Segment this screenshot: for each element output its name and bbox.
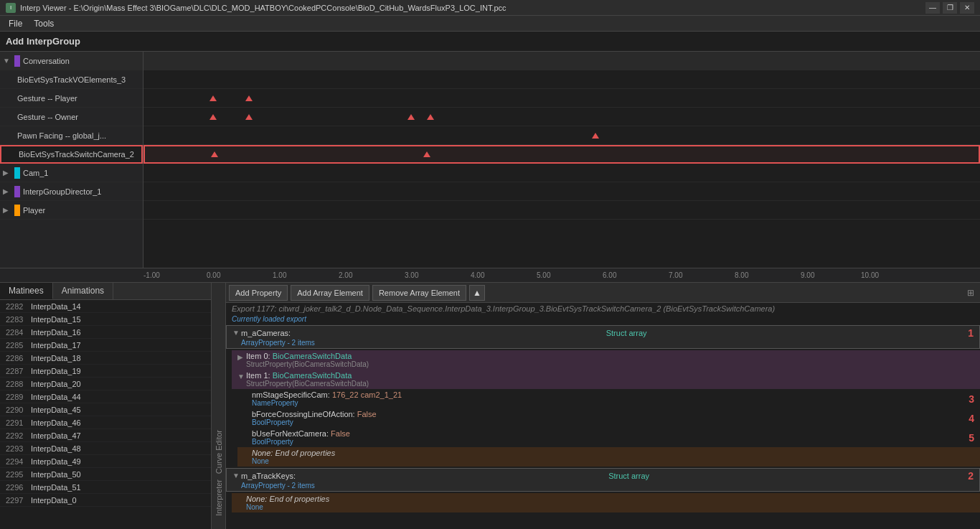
trackkeys-type: Struct array	[608, 472, 649, 480]
nmstage-badge: 3	[969, 393, 974, 405]
matinees-list: 2282InterpData_14 2283InterpData_15 2284…	[0, 300, 211, 529]
item0-header[interactable]: ▶ Item 0: BioCameraSwitchData StructProp…	[232, 350, 980, 370]
list-item[interactable]: 2283InterpData_15	[0, 313, 211, 326]
list-item[interactable]: 2289InterpData_44	[0, 390, 211, 403]
list-item[interactable]: 2286InterpData_18	[0, 352, 211, 365]
cameras-sublabel: ArrayProperty - 2 items	[241, 339, 974, 347]
interpreter-label[interactable]: Interpreter	[215, 479, 223, 516]
left-tabs: Matinees Animations	[0, 283, 211, 300]
list-item[interactable]: 2285InterpData_17	[0, 339, 211, 352]
list-item[interactable]: 2282InterpData_14	[0, 300, 211, 313]
expand-arrow[interactable]: ▶	[237, 353, 246, 361]
none-trackkeys-type: None	[246, 503, 329, 511]
item1-sublabel: StructProperty(BioCameraSwitchData)	[246, 380, 369, 388]
export-line: Export 1177: citwrd_joker_talk2_d_D.Node…	[226, 303, 980, 314]
item1-name: Item 1: BioCameraSwitchData	[246, 371, 369, 380]
buse-row[interactable]: ▶ bUseForNextCamera: False BoolProperty …	[237, 428, 980, 447]
list-item[interactable]: 2294InterpData_49	[0, 455, 211, 468]
list-item[interactable]: 2287InterpData_19	[0, 365, 211, 378]
none-end-name: None: End of properties	[252, 449, 335, 457]
track-bioevtsys[interactable]: BioEvtSysTrackVOElements_3	[0, 70, 143, 89]
timeline-row-interp-director	[143, 182, 980, 201]
track-cam1[interactable]: ▶ Cam_1	[0, 164, 143, 182]
track-label: Pawn Facing -- global_j...	[17, 131, 106, 140]
menu-tools[interactable]: Tools	[28, 16, 60, 32]
tick-5: 5.00	[537, 271, 550, 279]
list-item[interactable]: 2284InterpData_16	[0, 326, 211, 339]
timeline-row-conversation	[143, 52, 980, 70]
bottom-panel: Matinees Animations 2282InterpData_14 22…	[0, 283, 980, 529]
navigate-up-button[interactable]: ▲	[469, 285, 485, 301]
curve-editor-label[interactable]: Curve Editor	[215, 430, 223, 474]
cameras-type: Struct array	[606, 329, 647, 337]
maximize-button[interactable]: ❐	[943, 2, 957, 14]
prop-trackkeys-header[interactable]: ▼ m_aTrackKeys: Struct array 2 ArrayProp…	[226, 468, 980, 492]
tab-matinees[interactable]: Matinees	[0, 283, 53, 299]
expand-arrow[interactable]: ▶	[3, 169, 11, 177]
remove-array-element-button[interactable]: Remove Array Element	[372, 285, 466, 301]
expand-collapse-icon[interactable]: ⊞	[964, 288, 977, 298]
prop-section-cameras: ▼ m_aCameras: Struct array 1 ArrayProper…	[226, 325, 980, 467]
expand-arrow[interactable]: ▼	[232, 329, 241, 337]
expand-arrow[interactable]: ▶	[3, 187, 11, 195]
minimize-button[interactable]: —	[925, 2, 940, 14]
add-property-button[interactable]: Add Property	[229, 285, 288, 301]
track-label: InterpGroupDirector_1	[23, 187, 101, 196]
track-camera-switch[interactable]: BioEvtSysTrackSwitchCamera_2	[0, 145, 143, 164]
tab-animations[interactable]: Animations	[53, 283, 113, 299]
cameras-badge: 1	[968, 327, 974, 339]
list-item[interactable]: 2290InterpData_45	[0, 403, 211, 416]
nmstage-type: NameProperty	[252, 399, 402, 407]
none-end-row[interactable]: ▶ None: End of properties None	[237, 447, 980, 467]
prop-section-trackkeys: ▼ m_aTrackKeys: Struct array 2 ArrayProp…	[226, 468, 980, 512]
menu-file[interactable]: File	[3, 16, 28, 32]
add-array-element-button[interactable]: Add Array Element	[291, 285, 369, 301]
timeline-row-player	[143, 201, 980, 220]
list-item[interactable]: 2292InterpData_47	[0, 429, 211, 442]
buse-type: BoolProperty	[252, 438, 350, 446]
tick-3: 3.00	[405, 271, 418, 279]
track-interp-director[interactable]: ▶ InterpGroupDirector_1	[0, 182, 143, 201]
track-label: Player	[23, 206, 45, 215]
export-text: Export 1177: citwrd_joker_talk2_d_D.Node…	[232, 304, 775, 313]
list-item[interactable]: 2288InterpData_20	[0, 378, 211, 390]
track-label: BioEvtSysTrackVOElements_3	[17, 75, 126, 84]
list-item[interactable]: 2295InterpData_50	[0, 468, 211, 481]
trackkeys-name: m_aTrackKeys:	[241, 472, 296, 480]
title-area: I Interp Viewer - E:\Origin\Mass Effect …	[6, 3, 507, 13]
list-item[interactable]: 2293InterpData_48	[0, 442, 211, 455]
tick-7: 7.00	[669, 271, 682, 279]
trackkeys-badge: 2	[968, 470, 974, 482]
track-conversation[interactable]: ▼ Conversation	[0, 52, 143, 70]
timeline-row-cam1	[143, 164, 980, 182]
bforce-row[interactable]: ▶ bForceCrossingLineOfAction: False Bool…	[237, 408, 980, 428]
track-label: Conversation	[23, 57, 70, 65]
toolbar-title: Add InterpGroup	[6, 36, 80, 47]
item0-name: Item 0: BioCameraSwitchData	[246, 352, 369, 360]
expand-arrow[interactable]: ▼	[3, 57, 11, 65]
main-area: ▼ Conversation BioEvtSysTrackVOElements_…	[0, 52, 980, 529]
track-pawn-facing[interactable]: Pawn Facing -- global_j...	[0, 126, 143, 145]
expand-arrow[interactable]: ▼	[232, 472, 241, 479]
list-item[interactable]: 2296InterpData_51	[0, 481, 211, 494]
prop-cameras-header[interactable]: ▼ m_aCameras: Struct array 1 ArrayProper…	[226, 325, 980, 349]
track-canvas	[143, 52, 980, 268]
track-gesture-owner[interactable]: Gesture -- Owner	[0, 108, 143, 126]
expand-arrow[interactable]: ▼	[237, 373, 246, 380]
right-panel: Add Property Add Array Element Remove Ar…	[226, 283, 980, 529]
buse-badge: 5	[969, 432, 974, 444]
none-trackkeys-row[interactable]: ▶ None: End of properties None	[232, 493, 980, 512]
prop-content: Export 1177: citwrd_joker_talk2_d_D.Node…	[226, 303, 980, 529]
track-player[interactable]: ▶ Player	[0, 201, 143, 220]
item1-header[interactable]: ▼ Item 1: BioCameraSwitchData StructProp…	[232, 370, 980, 389]
tick-10: 10.00	[861, 271, 879, 279]
nmstage-row[interactable]: ▶ nmStageSpecificCam: 176_22 cam2_1_21 N…	[237, 389, 980, 408]
track-label: Gesture -- Owner	[17, 113, 78, 121]
track-gesture-player[interactable]: Gesture -- Player	[0, 89, 143, 108]
expand-arrow[interactable]: ▶	[3, 206, 11, 214]
timeline-row-gesture-player	[143, 89, 980, 108]
list-item[interactable]: 2297InterpData_0	[0, 494, 211, 507]
nmstage-name: nmStageSpecificCam: 176_22 cam2_1_21	[252, 390, 402, 399]
close-button[interactable]: ✕	[960, 2, 974, 14]
list-item[interactable]: 2291InterpData_46	[0, 416, 211, 429]
